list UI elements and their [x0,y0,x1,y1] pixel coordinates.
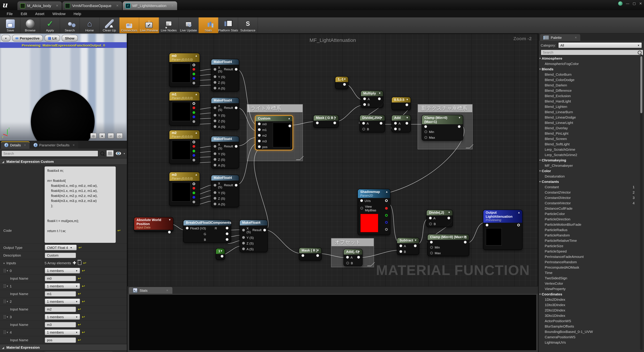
toolbar-button[interactable]: Clean Up [100,17,120,33]
toolbar-button[interactable]: Stats [198,17,218,33]
minimize-icon[interactable]: — [626,2,629,5]
pin-m0-in[interactable] [258,123,260,125]
collapse-icon[interactable]: ▲ [518,211,520,214]
pin-z-in[interactable] [242,242,245,244]
pin-g-out[interactable] [192,150,195,152]
pin-z-in[interactable] [214,81,216,84]
mesh-preview-button[interactable]: ◇ [116,133,123,139]
palette-item[interactable]: Constant3Vector 3 [539,195,639,200]
pin-a-in[interactable] [242,247,245,250]
pin-a-out[interactable] [192,120,195,123]
close-icon[interactable]: ✕ [166,289,168,292]
palette-item[interactable]: Color [539,168,639,174]
palette-item[interactable]: ViewProperty [539,286,639,291]
palette-item[interactable]: ParticleMotionBlurFade [539,222,639,227]
pin-out[interactable] [380,122,382,125]
perspective-button[interactable]: Perspective [12,35,43,41]
reset-to-default-icon[interactable]: ↩ [78,307,81,311]
expand-triangle-icon[interactable]: ▾ [7,315,8,318]
close-icon[interactable]: ✕ [171,4,174,7]
reset-to-default-icon[interactable]: ↩ [82,268,85,273]
category-dropdown[interactable]: All ▼ [558,42,642,48]
pin-g-out[interactable] [192,111,195,114]
node-divide-2[interactable]: Divide(,2)▼ A B [426,210,453,227]
resize-grip-icon[interactable] [466,144,474,148]
section-material-expression-custom[interactable]: ◢ Material Expression Custom [0,158,127,165]
pin-r-out[interactable] [192,187,195,190]
node-m2[interactable]: m2Param (0,0,0,0)▲ [169,130,200,164]
pin-preview-out[interactable] [517,224,520,226]
pin-a-out[interactable] [192,82,195,84]
members-dropdown[interactable]: 1 members ▼ [44,329,80,335]
pin-a-in[interactable] [429,217,432,219]
pin-out[interactable] [378,97,381,100]
maximize-icon[interactable]: ▢ [632,2,636,5]
close-icon[interactable]: ✕ [56,4,58,7]
toolbar-button[interactable]: Connectors [120,17,139,33]
collapse-icon[interactable]: ▲ [195,54,198,57]
palette-item[interactable]: AtmosphericFogColor [539,61,639,66]
input-name-field[interactable]: m2 [44,306,76,312]
collapse-icon[interactable]: ▼ [220,249,223,253]
pin-a-in[interactable] [394,122,397,125]
pin-out[interactable] [316,254,319,257]
palette-item[interactable]: Blend_Overlay [539,125,639,131]
palette-item[interactable]: PerInstanceFadeAmount [539,254,639,259]
pin-g-out[interactable] [226,232,228,235]
node-breakoutfloat3components[interactable]: BreakOutFloat3Components Float3 (V3)R G … [183,220,231,243]
drag-handle-icon[interactable] [3,284,6,288]
collapse-icon[interactable]: ▼ [448,211,450,214]
pin-b-out[interactable] [226,238,228,241]
pin-float3-in[interactable] [186,227,188,229]
palette-item[interactable]: Constant 1 [539,184,639,189]
palette-item[interactable]: Blend_Screen [539,136,639,141]
reset-to-default-icon[interactable]: ↩ [82,330,85,335]
pin-result-out[interactable] [234,184,237,186]
input-name-field[interactable]: m1 [44,291,76,297]
pin-a-in[interactable] [362,122,365,125]
pin-b-out[interactable] [192,116,195,118]
cylinder-preview-button[interactable]: ◎ [90,133,96,139]
pin-result-out[interactable] [234,145,237,148]
palette-item[interactable]: 1Dto3DIndex [539,302,639,308]
pin-a-in[interactable] [214,87,216,89]
drag-handle-icon[interactable] [3,269,6,273]
array-index-row[interactable]: ▾ 2 1 members ▼ ↩ [0,298,127,306]
close-icon[interactable]: ✕ [575,36,577,39]
section-material-expression[interactable]: ◢ Material Expression [0,344,127,351]
pin-a-in[interactable] [363,97,366,100]
pin-max-in[interactable] [430,251,433,254]
palette-item[interactable]: Blend_Exclusion [539,93,639,98]
expand-triangle-icon[interactable]: ▾ [7,331,8,334]
palette-item[interactable]: ParticleDirection [539,216,639,222]
node-constant-05-05[interactable]: 0.5,0.5▼ [392,97,411,110]
pin-b-out[interactable] [192,196,195,199]
node-mask-r[interactable]: Mask ( R )▼ [299,247,322,261]
pin-out[interactable] [406,103,408,106]
pin-y-in[interactable] [214,75,216,78]
reset-to-default-icon[interactable]: ↩ [82,299,85,304]
array-index-row[interactable]: ▾ 1 1 members ▼ ↩ [0,282,127,290]
pin-rgba-out[interactable] [192,182,195,185]
pin-out[interactable] [458,125,460,128]
palette-item[interactable]: Lerp_ScratchGrime [539,147,639,152]
collapse-icon[interactable]: ▼ [406,116,408,119]
output-type-dropdown[interactable]: CMOT Float 4 ▼ [44,244,77,251]
palette-item[interactable]: PrecomputedAOMask [539,265,639,270]
delete-elements-icon[interactable] [78,261,82,265]
menu-item[interactable]: Help [70,12,85,16]
node-add-neg5[interactable]: Add(,-5)▼ A B [344,249,362,266]
node-output-lightattenuation[interactable]: Output LightAttenuationPreviewing▲ [483,210,522,250]
pin-m3-in[interactable] [258,140,260,142]
reset-to-default-icon[interactable]: ↩ [83,261,86,265]
pin-out[interactable] [357,256,360,259]
inputs-label[interactable]: ▾Inputs [0,261,43,265]
reset-to-default-icon[interactable]: ↩ [78,338,81,342]
pin-r-out[interactable] [192,107,195,109]
pin-rgba-out[interactable] [192,64,195,66]
palette-item[interactable]: ParticleColor [539,211,639,216]
palette-item[interactable]: Lerp_ScratchGrime2 [539,152,639,158]
palette-item[interactable]: ParticleRelativeTime [539,238,639,243]
pin-in[interactable] [430,241,433,243]
pin-result-out[interactable] [234,68,237,70]
